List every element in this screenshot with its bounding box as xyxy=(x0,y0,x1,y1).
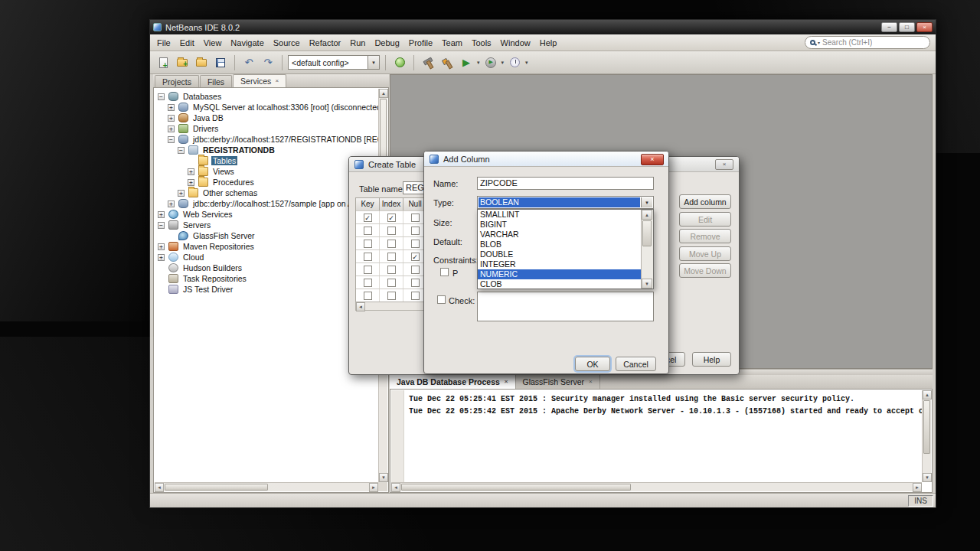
menu-navigate[interactable]: Navigate xyxy=(226,37,268,49)
add-column-titlebar[interactable]: Add Column xyxy=(424,152,668,167)
save-all-button[interactable] xyxy=(212,54,229,71)
null-checkbox[interactable] xyxy=(411,240,420,248)
tab-close-icon[interactable]: × xyxy=(505,379,508,385)
option-numeric[interactable]: NUMERIC xyxy=(478,269,641,279)
option-double[interactable]: DOUBLE xyxy=(478,249,641,259)
menu-help[interactable]: Help xyxy=(535,37,562,49)
scroll-right-icon[interactable]: ► xyxy=(913,483,922,492)
tree-node-registrationdb-connection[interactable]: −jdbc:derby://localhost:1527/REGISTRATIO… xyxy=(155,134,378,145)
expander-icon[interactable]: + xyxy=(168,115,175,122)
tree-node-tables[interactable]: Tables xyxy=(155,155,378,166)
cancel-button[interactable]: Cancel xyxy=(616,357,656,371)
tree-node-sample-connection[interactable]: +jdbc:derby://localhost:1527/sample [app… xyxy=(155,198,378,209)
type-combobox[interactable]: BOOLEAN ▼ xyxy=(477,196,654,209)
move-down-button[interactable]: Move Down xyxy=(679,263,731,278)
output-vertical-scrollbar[interactable]: ▲ ▼ xyxy=(922,390,931,482)
tab-projects[interactable]: Projects xyxy=(155,75,199,87)
tab-glassfish-server[interactable]: GlassFish Server× xyxy=(516,375,600,389)
menu-run[interactable]: Run xyxy=(345,37,370,49)
move-up-button[interactable]: Move Up xyxy=(679,246,731,261)
menu-edit[interactable]: Edit xyxy=(175,37,199,49)
null-checkbox[interactable] xyxy=(411,292,420,300)
scrollbar-thumb[interactable] xyxy=(165,484,268,491)
scroll-right-icon[interactable]: ► xyxy=(369,483,378,492)
tab-files[interactable]: Files xyxy=(200,75,232,87)
null-checkbox[interactable] xyxy=(411,279,420,287)
expander-icon[interactable]: + xyxy=(158,254,165,261)
scroll-left-icon[interactable]: ◄ xyxy=(356,302,365,311)
expander-icon[interactable]: + xyxy=(158,243,165,250)
column-name-field[interactable]: ZIPCODE xyxy=(477,177,654,190)
tree-node-databases[interactable]: −Databases xyxy=(155,91,378,102)
expander-icon[interactable]: + xyxy=(168,201,175,207)
tree-node-hudson-builders[interactable]: Hudson Builders xyxy=(155,262,378,273)
option-bigint[interactable]: BIGINT xyxy=(478,220,641,230)
clean-build-button[interactable] xyxy=(439,54,456,71)
key-checkbox[interactable] xyxy=(364,266,372,274)
build-project-button[interactable] xyxy=(420,54,436,71)
maximize-button[interactable]: □ xyxy=(899,22,915,32)
expander-icon[interactable]: + xyxy=(188,179,194,186)
output-log[interactable]: Tue Dec 22 05:25:41 EST 2015 : Security … xyxy=(407,390,922,482)
debug-project-button[interactable] xyxy=(482,54,499,71)
option-varchar[interactable]: VARCHAR xyxy=(478,230,641,240)
null-checkbox[interactable]: ✓ xyxy=(411,253,420,261)
key-checkbox[interactable]: ✓ xyxy=(364,214,372,222)
option-integer[interactable]: INTEGER xyxy=(478,259,641,269)
scroll-down-icon[interactable]: ▼ xyxy=(923,473,932,482)
menu-source[interactable]: Source xyxy=(269,37,305,49)
status-ball-button[interactable] xyxy=(391,54,408,71)
add-column-close-button[interactable]: × xyxy=(641,154,664,165)
create-table-help-button[interactable]: Help xyxy=(692,352,731,367)
menu-debug[interactable]: Debug xyxy=(370,37,403,49)
new-file-button[interactable] xyxy=(155,54,172,71)
profile-project-button[interactable] xyxy=(506,54,523,71)
scroll-up-icon[interactable]: ▲ xyxy=(642,210,652,220)
output-horizontal-scrollbar[interactable]: ◄ ► xyxy=(391,482,922,491)
expander-icon[interactable]: + xyxy=(188,168,194,175)
index-checkbox[interactable] xyxy=(387,279,396,287)
search-box[interactable]: ▾ Search (Ctrl+I) xyxy=(805,36,930,49)
scroll-left-icon[interactable]: ◄ xyxy=(391,483,400,492)
index-checkbox[interactable] xyxy=(387,227,396,235)
menu-file[interactable]: File xyxy=(152,37,175,49)
key-checkbox[interactable] xyxy=(364,279,372,287)
menu-profile[interactable]: Profile xyxy=(404,37,437,49)
scroll-left-icon[interactable]: ◄ xyxy=(155,483,164,492)
tree-node-procedures[interactable]: +Procedures xyxy=(155,177,378,187)
scrollbar-thumb[interactable] xyxy=(401,484,631,491)
tree-node-registrationdb-schema[interactable]: −REGISTRATIONDB xyxy=(155,145,378,155)
scroll-up-icon[interactable]: ▲ xyxy=(379,89,388,98)
index-checkbox[interactable] xyxy=(387,253,396,261)
scrollbar-thumb[interactable] xyxy=(923,400,930,454)
debug-dropdown-arrow-icon[interactable]: ▾ xyxy=(501,60,505,66)
expander-icon[interactable]: + xyxy=(178,190,185,197)
tree-node-mysql-server[interactable]: +MySQL Server at localhost:3306 [root] (… xyxy=(155,102,378,112)
tree-node-other-schemas[interactable]: +Other schemas xyxy=(155,187,378,198)
menu-team[interactable]: Team xyxy=(437,37,467,49)
tree-node-glassfish[interactable]: GlassFish Server xyxy=(155,230,378,241)
tree-node-web-services[interactable]: +Web Services xyxy=(155,209,378,220)
remove-button[interactable]: Remove xyxy=(679,229,731,243)
combobox-arrow-icon[interactable]: ▼ xyxy=(368,56,379,69)
expander-icon[interactable]: + xyxy=(158,211,165,218)
key-checkbox[interactable] xyxy=(364,253,372,261)
combobox-arrow-icon[interactable]: ▼ xyxy=(641,197,652,207)
tab-close-icon[interactable]: × xyxy=(275,78,279,84)
expander-icon[interactable]: − xyxy=(158,222,165,229)
window-titlebar[interactable]: NetBeans IDE 8.0.2 − □ × xyxy=(150,20,936,34)
run-dropdown-arrow-icon[interactable]: ▾ xyxy=(477,60,480,66)
redo-button[interactable]: ↷ xyxy=(260,54,276,71)
create-table-close-button[interactable]: × xyxy=(715,159,733,170)
tree-node-views[interactable]: +Views xyxy=(155,166,378,177)
menu-refactor[interactable]: Refactor xyxy=(305,37,346,49)
profile-dropdown-arrow-icon[interactable]: ▾ xyxy=(525,60,528,66)
menu-window[interactable]: Window xyxy=(496,37,535,49)
tree-node-servers[interactable]: −Servers xyxy=(155,220,378,230)
tab-javadb-process[interactable]: Java DB Database Process× xyxy=(390,375,516,389)
expander-icon[interactable]: + xyxy=(168,104,175,111)
edit-button[interactable]: Edit xyxy=(679,212,731,227)
new-project-button[interactable] xyxy=(174,54,191,71)
expander-icon[interactable]: − xyxy=(158,93,165,100)
expander-icon[interactable]: − xyxy=(178,147,185,154)
